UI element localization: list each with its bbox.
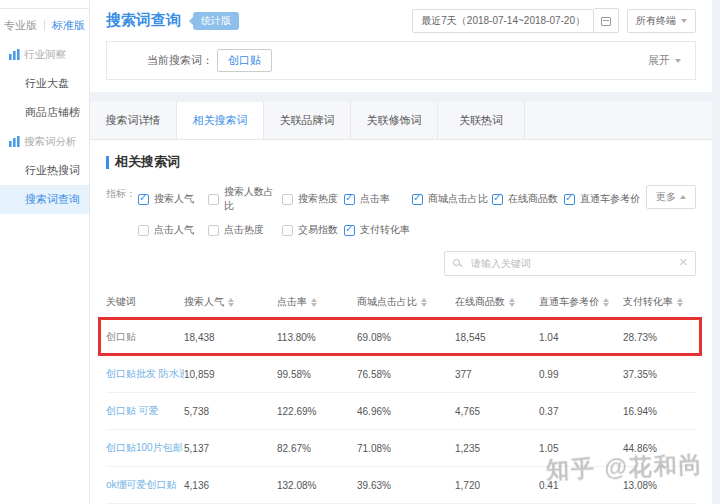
metric-pay-conversion[interactable]: 支付转化率 xyxy=(344,223,412,237)
search-icon xyxy=(453,259,460,266)
value-cell: 132.08% xyxy=(277,480,357,491)
keyword-search-box xyxy=(444,251,696,276)
value-cell: 1.04 xyxy=(539,332,623,343)
value-cell: 1,235 xyxy=(455,443,539,454)
tab-related-brand-words[interactable]: 关联品牌词 xyxy=(264,102,351,139)
chevron-down-icon xyxy=(681,19,687,23)
divider xyxy=(44,20,45,31)
checkbox-icon xyxy=(412,194,423,205)
checkbox-icon xyxy=(138,225,149,236)
sidebar-item-industry-hot-words[interactable]: 行业热搜词 xyxy=(0,156,89,185)
metric-ztc-ref-price[interactable]: 直通车参考价 xyxy=(564,192,642,206)
value-cell: 4,765 xyxy=(455,406,539,417)
column-header-search-popularity: 搜索人气 xyxy=(184,295,277,309)
related-search-table: 关键词 搜索人气 点击率 商城点击占比 在线商品数 直通车参考价 支付转化率 创… xyxy=(90,286,712,504)
value-cell: 0.99 xyxy=(539,369,623,380)
section-label: 搜索词分析 xyxy=(24,135,77,149)
value-cell: 1.05 xyxy=(539,443,623,454)
checkbox-icon xyxy=(344,194,355,205)
value-cell: 377 xyxy=(455,369,539,380)
sort-icon[interactable] xyxy=(421,298,427,307)
column-header-click-rate: 点击率 xyxy=(277,295,357,309)
version-tab-standard[interactable]: 标准版 xyxy=(52,18,85,33)
keyword-search-row xyxy=(90,247,712,286)
sort-icon[interactable] xyxy=(677,298,683,307)
value-cell: 76.58% xyxy=(357,369,455,380)
main-area: 搜索词查询 统计版 最近7天（2018-07-14~2018-07-20） 所有… xyxy=(90,0,720,504)
checkbox-icon xyxy=(282,194,293,205)
table-row: 创口贴批发 防水透气 ... 10,859 99.58% 76.58% 377 … xyxy=(106,356,696,393)
value-cell: 82.67% xyxy=(277,443,357,454)
checkbox-icon xyxy=(282,225,293,236)
sidebar-item-industry-overview[interactable]: 行业大盘 xyxy=(0,69,89,98)
keyword-cell[interactable]: 创口贴 xyxy=(106,330,184,344)
version-switcher: 专业版 标准版 xyxy=(0,8,89,40)
expand-toggle[interactable]: 展开 xyxy=(648,53,681,68)
checkbox-icon xyxy=(138,194,149,205)
calendar-icon[interactable] xyxy=(594,8,619,33)
metric-trade-index[interactable]: 交易指数 xyxy=(282,223,344,237)
metric-search-heat[interactable]: 搜索热度 xyxy=(282,192,344,206)
sort-icon[interactable] xyxy=(311,298,317,307)
table-header-row: 关键词 搜索人气 点击率 商城点击占比 在线商品数 直通车参考价 支付转化率 xyxy=(106,286,696,319)
sidebar-section-search-term-analysis: 搜索词分析 xyxy=(0,127,89,156)
value-cell: 5,137 xyxy=(184,443,277,454)
value-cell: 46.96% xyxy=(357,406,455,417)
metric-online-products[interactable]: 在线商品数 xyxy=(492,192,564,206)
value-cell: 4,136 xyxy=(184,480,277,491)
tab-related-hot-words[interactable]: 关联热词 xyxy=(438,102,525,139)
chevron-down-icon xyxy=(675,59,681,63)
checkbox-icon xyxy=(208,194,219,205)
value-cell: 0.41 xyxy=(539,480,623,491)
sidebar-item-search-term-query[interactable]: 搜索词查询 xyxy=(0,185,89,214)
tab-related-modifier-words[interactable]: 关联修饰词 xyxy=(351,102,438,139)
value-cell: 71.08% xyxy=(357,443,455,454)
metric-click-rate[interactable]: 点击率 xyxy=(344,192,412,206)
value-cell: 28.73% xyxy=(623,332,696,343)
more-button[interactable]: 更多 xyxy=(646,185,696,209)
value-cell: 18,545 xyxy=(455,332,539,343)
checkbox-icon xyxy=(564,194,575,205)
date-range-picker[interactable]: 最近7天（2018-07-14~2018-07-20） xyxy=(412,9,594,33)
value-cell: 1,720 xyxy=(455,480,539,491)
metric-search-popularity[interactable]: 搜索人气 xyxy=(138,192,208,206)
page-title: 搜索词查询 xyxy=(106,11,181,30)
metric-searcher-share[interactable]: 搜索人数占比 xyxy=(208,185,282,213)
sort-icon[interactable] xyxy=(228,298,234,307)
version-tab-pro[interactable]: 专业版 xyxy=(4,18,37,33)
keyword-cell[interactable]: 创口贴 可爱 xyxy=(106,404,184,418)
keyword-cell[interactable]: 创口贴100片包邮 xyxy=(106,441,184,455)
checkbox-icon xyxy=(208,225,219,236)
keyword-cell[interactable]: 创口贴批发 防水透气 ... xyxy=(106,367,184,381)
terminal-filter-dropdown[interactable]: 所有终端 xyxy=(627,9,696,33)
sidebar-item-product-shop-rank[interactable]: 商品店铺榜 xyxy=(0,98,89,127)
metrics-label: 指标： xyxy=(106,185,138,247)
metric-click-heat[interactable]: 点击热度 xyxy=(208,223,282,237)
tab-search-term-detail[interactable]: 搜索词详情 xyxy=(90,102,177,139)
sidebar-menu: 行业洞察 行业大盘 商品店铺榜 搜索词分析 行业热搜词 搜索词查询 xyxy=(0,40,89,214)
checkbox-icon xyxy=(492,194,503,205)
value-cell: 37.35% xyxy=(623,369,696,380)
sidebar-section-industry-insight: 行业洞察 xyxy=(0,40,89,69)
clear-icon[interactable] xyxy=(679,256,688,269)
bar-chart-icon xyxy=(9,49,20,62)
table-row: 创口贴 可爱 5,738 122.69% 46.96% 4,765 0.37 1… xyxy=(106,393,696,430)
section-label: 行业洞察 xyxy=(24,48,66,62)
keyword-cell[interactable]: ok绷可爱创口贴 xyxy=(106,478,184,492)
column-header-mall-click-share: 商城点击占比 xyxy=(357,295,455,309)
current-search-term[interactable]: 创口贴 xyxy=(217,49,272,72)
column-header-pay-conversion: 支付转化率 xyxy=(623,295,696,309)
value-cell: 18,438 xyxy=(184,332,277,343)
sort-icon[interactable] xyxy=(603,298,609,307)
value-cell: 0.37 xyxy=(539,406,623,417)
section-title: 相关搜索词 xyxy=(90,140,712,173)
metric-click-popularity[interactable]: 点击人气 xyxy=(138,223,208,237)
value-cell: 13.08% xyxy=(623,480,696,491)
tab-bar: 搜索词详情 相关搜索词 关联品牌词 关联修饰词 关联热词 xyxy=(90,102,712,140)
keyword-search-input[interactable] xyxy=(444,251,696,276)
current-search-label: 当前搜索词： xyxy=(147,53,213,68)
tab-related-search-terms[interactable]: 相关搜索词 xyxy=(177,102,264,139)
column-header-ztc-ref-price: 直通车参考价 xyxy=(539,295,623,309)
sort-icon[interactable] xyxy=(509,298,515,307)
metric-mall-click-share[interactable]: 商城点击占比 xyxy=(412,192,492,206)
